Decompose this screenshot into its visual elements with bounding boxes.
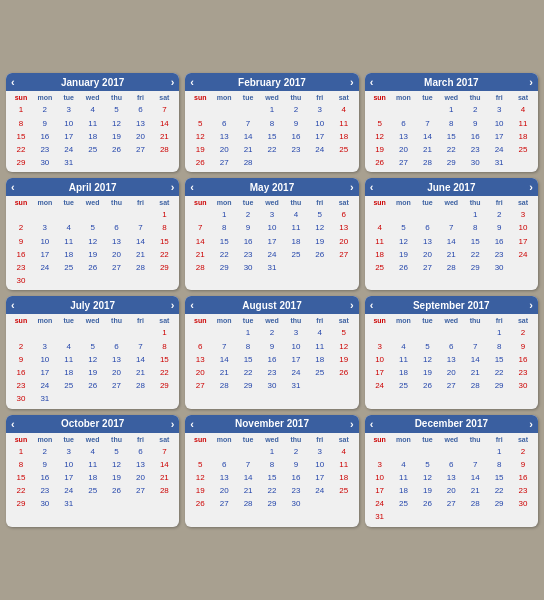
day-cell[interactable]: 3: [487, 103, 511, 116]
day-cell[interactable]: 20: [212, 143, 236, 156]
day-cell[interactable]: 17: [368, 484, 392, 497]
day-cell[interactable]: 21: [415, 143, 439, 156]
day-cell[interactable]: 5: [415, 458, 439, 471]
day-cell[interactable]: 23: [33, 143, 57, 156]
day-cell[interactable]: 28: [463, 379, 487, 392]
day-cell[interactable]: 28: [212, 379, 236, 392]
day-cell[interactable]: 28: [129, 261, 153, 274]
day-cell[interactable]: 20: [129, 130, 153, 143]
day-cell[interactable]: 28: [463, 497, 487, 510]
prev-month-button[interactable]: ‹: [190, 299, 194, 311]
day-cell[interactable]: 2: [511, 326, 535, 339]
day-cell[interactable]: 29: [152, 379, 176, 392]
day-cell[interactable]: 1: [260, 445, 284, 458]
day-cell[interactable]: 15: [439, 130, 463, 143]
day-cell[interactable]: 15: [487, 471, 511, 484]
day-cell[interactable]: 6: [212, 117, 236, 130]
day-cell[interactable]: 18: [332, 471, 356, 484]
day-cell[interactable]: 29: [260, 497, 284, 510]
next-month-button[interactable]: ›: [350, 299, 354, 311]
day-cell[interactable]: 13: [188, 353, 212, 366]
day-cell[interactable]: 2: [284, 103, 308, 116]
day-cell[interactable]: 6: [188, 340, 212, 353]
day-cell[interactable]: 23: [33, 484, 57, 497]
day-cell[interactable]: 1: [487, 445, 511, 458]
next-month-button[interactable]: ›: [171, 76, 175, 88]
day-cell[interactable]: 28: [236, 156, 260, 169]
prev-month-button[interactable]: ‹: [11, 418, 15, 430]
day-cell[interactable]: 2: [284, 445, 308, 458]
day-cell[interactable]: 31: [487, 156, 511, 169]
day-cell[interactable]: 20: [129, 471, 153, 484]
day-cell[interactable]: 16: [511, 471, 535, 484]
day-cell[interactable]: 21: [463, 366, 487, 379]
day-cell[interactable]: 21: [236, 143, 260, 156]
prev-month-button[interactable]: ‹: [370, 299, 374, 311]
day-cell[interactable]: 20: [105, 248, 129, 261]
day-cell[interactable]: 11: [308, 340, 332, 353]
day-cell[interactable]: 7: [415, 117, 439, 130]
day-cell[interactable]: 30: [487, 261, 511, 274]
day-cell[interactable]: 8: [439, 117, 463, 130]
day-cell[interactable]: 9: [236, 221, 260, 234]
day-cell[interactable]: 25: [511, 143, 535, 156]
day-cell[interactable]: 21: [439, 248, 463, 261]
day-cell[interactable]: 8: [487, 340, 511, 353]
day-cell[interactable]: 13: [212, 130, 236, 143]
day-cell[interactable]: 11: [81, 458, 105, 471]
day-cell[interactable]: 29: [463, 261, 487, 274]
day-cell[interactable]: 10: [487, 117, 511, 130]
next-month-button[interactable]: ›: [171, 181, 175, 193]
day-cell[interactable]: 26: [81, 379, 105, 392]
day-cell[interactable]: 21: [236, 484, 260, 497]
day-cell[interactable]: 25: [392, 497, 416, 510]
day-cell[interactable]: 4: [57, 221, 81, 234]
day-cell[interactable]: 1: [439, 103, 463, 116]
day-cell[interactable]: 10: [33, 353, 57, 366]
day-cell[interactable]: 12: [332, 340, 356, 353]
day-cell[interactable]: 29: [152, 261, 176, 274]
day-cell[interactable]: 26: [415, 497, 439, 510]
day-cell[interactable]: 10: [260, 221, 284, 234]
day-cell[interactable]: 17: [487, 130, 511, 143]
day-cell[interactable]: 20: [415, 248, 439, 261]
day-cell[interactable]: 8: [152, 221, 176, 234]
day-cell[interactable]: 19: [105, 130, 129, 143]
day-cell[interactable]: 19: [415, 366, 439, 379]
day-cell[interactable]: 27: [439, 497, 463, 510]
next-month-button[interactable]: ›: [529, 181, 533, 193]
day-cell[interactable]: 6: [105, 221, 129, 234]
day-cell[interactable]: 12: [308, 221, 332, 234]
day-cell[interactable]: 26: [105, 143, 129, 156]
prev-month-button[interactable]: ‹: [370, 76, 374, 88]
day-cell[interactable]: 27: [212, 156, 236, 169]
day-cell[interactable]: 20: [439, 484, 463, 497]
day-cell[interactable]: 18: [57, 366, 81, 379]
day-cell[interactable]: 11: [392, 471, 416, 484]
day-cell[interactable]: 30: [33, 156, 57, 169]
day-cell[interactable]: 8: [152, 340, 176, 353]
day-cell[interactable]: 18: [392, 484, 416, 497]
day-cell[interactable]: 18: [368, 248, 392, 261]
day-cell[interactable]: 7: [152, 103, 176, 116]
day-cell[interactable]: 10: [368, 471, 392, 484]
day-cell[interactable]: 22: [152, 248, 176, 261]
day-cell[interactable]: 19: [392, 248, 416, 261]
day-cell[interactable]: 9: [511, 340, 535, 353]
day-cell[interactable]: 29: [439, 156, 463, 169]
day-cell[interactable]: 5: [392, 221, 416, 234]
day-cell[interactable]: 10: [57, 117, 81, 130]
day-cell[interactable]: 18: [284, 235, 308, 248]
day-cell[interactable]: 5: [188, 458, 212, 471]
day-cell[interactable]: 10: [511, 221, 535, 234]
prev-month-button[interactable]: ‹: [190, 181, 194, 193]
day-cell[interactable]: 1: [236, 326, 260, 339]
day-cell[interactable]: 28: [188, 261, 212, 274]
day-cell[interactable]: 7: [129, 340, 153, 353]
day-cell[interactable]: 13: [212, 471, 236, 484]
day-cell[interactable]: 14: [463, 353, 487, 366]
day-cell[interactable]: 14: [152, 117, 176, 130]
day-cell[interactable]: 18: [308, 353, 332, 366]
day-cell[interactable]: 3: [368, 340, 392, 353]
day-cell[interactable]: 13: [332, 221, 356, 234]
